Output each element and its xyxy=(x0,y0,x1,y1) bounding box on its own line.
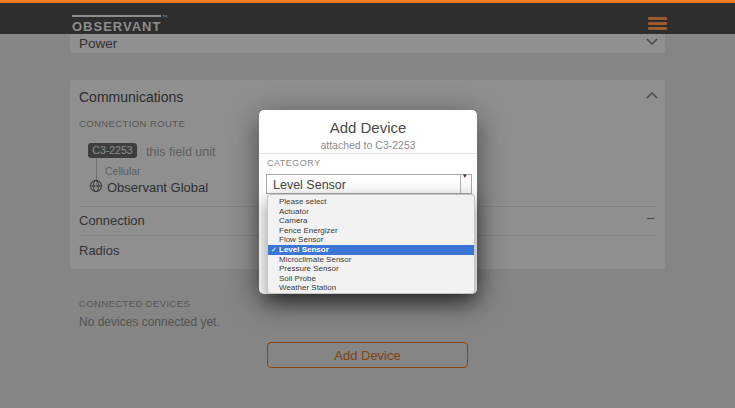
dropdown-option-selected[interactable]: ✓ Level Sensor xyxy=(268,245,474,255)
category-label: CATEGORY xyxy=(267,158,321,168)
checkmark-icon: ✓ xyxy=(271,245,277,255)
modal-header-divider xyxy=(259,153,477,154)
dropdown-option[interactable]: Pressure Sensor xyxy=(268,264,474,274)
select-arrow-icon[interactable]: ▾ xyxy=(460,175,471,193)
dropdown-option[interactable]: Weather Station xyxy=(268,283,474,293)
trademark-symbol: ™ xyxy=(161,14,167,20)
category-dropdown-list: Please select Actuator Camera Fence Ener… xyxy=(267,194,475,294)
dropdown-option[interactable]: Fence Energizer xyxy=(268,226,474,236)
app-header: OBSERVANT™ xyxy=(0,0,735,34)
category-select[interactable]: Level Sensor ▾ xyxy=(266,174,472,194)
modal-title: Add Device xyxy=(259,119,477,136)
logo-text: OBSERVANT xyxy=(72,15,161,34)
modal-subtitle: attached to C3-2253 xyxy=(259,139,477,151)
dropdown-option[interactable]: Microclimate Sensor xyxy=(268,255,474,265)
dropdown-option[interactable]: Please select xyxy=(268,197,474,207)
dropdown-option[interactable]: Camera xyxy=(268,216,474,226)
category-select-value: Level Sensor xyxy=(273,178,346,192)
menu-icon[interactable] xyxy=(648,17,667,31)
dropdown-option[interactable]: Flow Sensor xyxy=(268,235,474,245)
observant-logo[interactable]: OBSERVANT™ xyxy=(72,15,167,35)
dropdown-option[interactable]: Soil Probe xyxy=(268,274,474,284)
dropdown-option[interactable]: Actuator xyxy=(268,207,474,217)
